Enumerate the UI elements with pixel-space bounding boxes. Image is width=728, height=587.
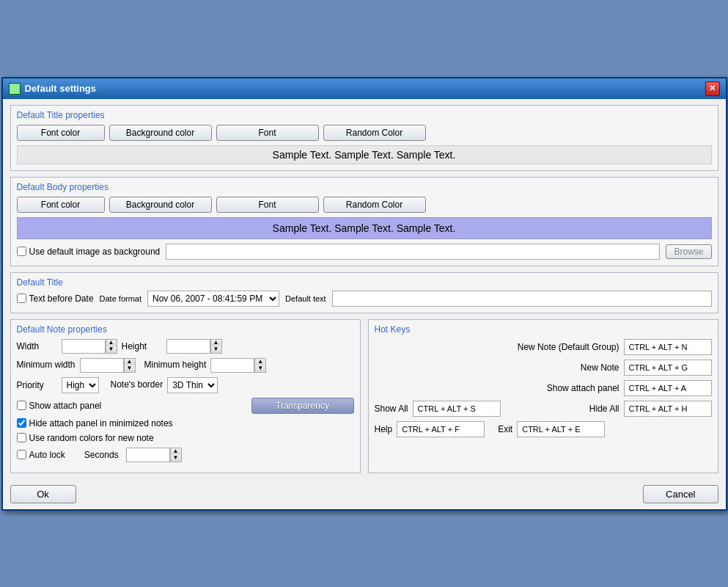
show-all-value[interactable]: CTRL + ALT + S (413, 401, 501, 417)
title-sample-text: Sample Text. Sample Text. Sample Text. (17, 145, 712, 164)
priority-row: Priority High Note's border 3D Thin (17, 377, 354, 393)
body-properties-section: Default Body properties Font color Backg… (10, 177, 718, 266)
width-spin: ▲ ▼ (106, 339, 117, 354)
dialog-content: Default Title properties Font color Back… (3, 99, 726, 481)
transparency-btn[interactable]: Transparency (251, 398, 354, 414)
seconds-label: Seconds (84, 450, 119, 460)
default-title-section: Default Title Text before Date Date form… (10, 272, 718, 313)
seconds-spin: ▲ ▼ (170, 448, 182, 462)
show-attach-checkbox[interactable] (17, 401, 26, 410)
random-colors-label: Use random colors for new note (29, 433, 154, 443)
title-bar: Default settings ✕ (3, 79, 726, 99)
show-attach-value[interactable]: CTRL + ALT + A (624, 380, 712, 396)
new-note-label: New Note (581, 362, 619, 373)
title-properties-label: Default Title properties (17, 110, 712, 120)
help-value[interactable]: CTRL + ALT + F (397, 421, 485, 437)
random-colors-row: Use random colors for new note (17, 433, 354, 443)
height-label: Height (122, 341, 162, 351)
app-icon (9, 83, 21, 95)
width-input[interactable]: 230 (62, 339, 106, 354)
new-note-default-label: New Note (Default Group) (518, 342, 619, 352)
use-image-checkbox[interactable] (17, 247, 26, 256)
show-attach-panel-label: Show attach panel (547, 383, 619, 393)
help-item: Help CTRL + ALT + F (375, 421, 485, 437)
new-note-value[interactable]: CTRL + ALT + G (624, 360, 712, 376)
height-spin: ▲ ▼ (210, 339, 222, 354)
seconds-spin-down[interactable]: ▼ (171, 455, 181, 462)
random-colors-checkbox-label[interactable]: Use random colors for new note (17, 433, 154, 443)
default-settings-dialog: Default settings ✕ Default Title propert… (1, 77, 727, 511)
title-background-color-btn[interactable]: Background color (109, 125, 212, 141)
date-format-label: Date format (100, 294, 141, 303)
width-spin-down[interactable]: ▼ (106, 346, 117, 353)
body-random-color-btn[interactable]: Random Color (323, 197, 426, 213)
hide-all-label: Hide All (589, 404, 619, 414)
text-before-date-label[interactable]: Text before Date (17, 294, 94, 304)
exit-label: Exit (498, 424, 512, 434)
help-exit-row: Help CTRL + ALT + F Exit CTRL + ALT + E (375, 421, 712, 437)
use-image-checkbox-label[interactable]: Use default image as background (17, 247, 161, 257)
image-path-input[interactable] (166, 244, 660, 260)
default-text-label: Default text (285, 294, 326, 303)
minwidth-row: Minimum width 100 ▲ ▼ Minimum height 50 (17, 358, 354, 373)
text-before-date-checkbox[interactable] (17, 294, 26, 303)
width-label: Width (17, 341, 57, 351)
auto-lock-row: Auto lock Seconds 15 ▲ ▼ (17, 448, 354, 462)
width-row: Width 230 ▲ ▼ Height 175 ▲ (17, 339, 354, 354)
min-height-label: Minimum height (144, 360, 207, 370)
image-row: Use default image as background Browse (17, 244, 712, 260)
attach-panel-row: Show attach panel Transparency (17, 398, 354, 414)
help-label: Help (375, 424, 393, 434)
show-attach-checkbox-label[interactable]: Show attach panel (17, 401, 102, 411)
ok-button[interactable]: Ok (10, 485, 76, 503)
hide-attach-checkbox[interactable] (17, 418, 26, 428)
new-note-default-value[interactable]: CTRL + ALT + N (624, 339, 712, 355)
priority-label: Priority (17, 380, 57, 390)
min-width-label: Minimum width (17, 360, 76, 370)
body-sample-text: Sample Text. Sample Text. Sample Text. (17, 217, 712, 239)
body-font-btn[interactable]: Font (216, 197, 319, 213)
min-height-spin: ▲ ▼ (254, 358, 266, 373)
priority-select[interactable]: High (62, 377, 99, 393)
dialog-title: Default settings (25, 83, 97, 94)
min-width-spin: ▲ ▼ (124, 358, 136, 373)
date-format-select[interactable]: Nov 06, 2007 - 08:41:59 PM (147, 291, 279, 307)
height-spin-down[interactable]: ▼ (211, 346, 221, 353)
body-background-color-btn[interactable]: Background color (109, 197, 212, 213)
notes-border-select[interactable]: 3D Thin (167, 377, 218, 393)
title-random-color-btn[interactable]: Random Color (323, 125, 426, 141)
title-properties-section: Default Title properties Font color Back… (10, 105, 718, 171)
hide-all-value[interactable]: CTRL + ALT + H (624, 401, 712, 417)
auto-lock-checkbox[interactable] (17, 450, 26, 459)
hide-attach-checkbox-label[interactable]: Hide attach panel in minimized notes (17, 418, 173, 429)
min-width-spin-down[interactable]: ▼ (125, 365, 135, 372)
show-hide-all-row: Show All CTRL + ALT + S Hide All CTRL + … (375, 401, 712, 417)
browse-button[interactable]: Browse (666, 244, 711, 259)
body-font-color-btn[interactable]: Font color (17, 197, 105, 213)
title-font-color-btn[interactable]: Font color (17, 125, 105, 141)
close-button[interactable]: ✕ (705, 81, 720, 96)
min-height-input[interactable]: 50 (210, 358, 254, 373)
title-font-btn[interactable]: Font (216, 125, 319, 141)
body-properties-label: Default Body properties (17, 182, 712, 192)
height-input-spin: 175 ▲ ▼ (166, 339, 222, 354)
hotkeys-section: Hot Keys New Note (Default Group) CTRL +… (368, 319, 718, 473)
default-text-input[interactable] (332, 291, 712, 307)
height-input[interactable]: 175 (166, 339, 210, 354)
min-height-spin-down[interactable]: ▼ (255, 365, 265, 372)
show-attach-row: Show attach panel CTRL + ALT + A (375, 380, 712, 396)
width-input-spin: 230 ▲ ▼ (62, 339, 117, 354)
min-width-input[interactable]: 100 (80, 358, 124, 373)
hide-all-item: Hide All CTRL + ALT + H (589, 401, 712, 417)
exit-value[interactable]: CTRL + ALT + E (517, 421, 605, 437)
hide-attach-row: Hide attach panel in minimized notes (17, 418, 354, 429)
seconds-input[interactable]: 15 (126, 448, 170, 462)
seconds-input-spin: 15 ▲ ▼ (126, 448, 182, 462)
auto-lock-checkbox-label[interactable]: Auto lock (17, 450, 65, 460)
hide-attach-label: Hide attach panel in minimized notes (29, 418, 173, 429)
default-title-row: Text before Date Date format Nov 06, 200… (17, 291, 712, 307)
random-colors-checkbox[interactable] (17, 433, 26, 442)
hotkeys-label: Hot Keys (375, 324, 712, 335)
cancel-button[interactable]: Cancel (643, 485, 718, 503)
main-bottom: Default Note properties Width 230 ▲ ▼ He… (10, 319, 718, 473)
